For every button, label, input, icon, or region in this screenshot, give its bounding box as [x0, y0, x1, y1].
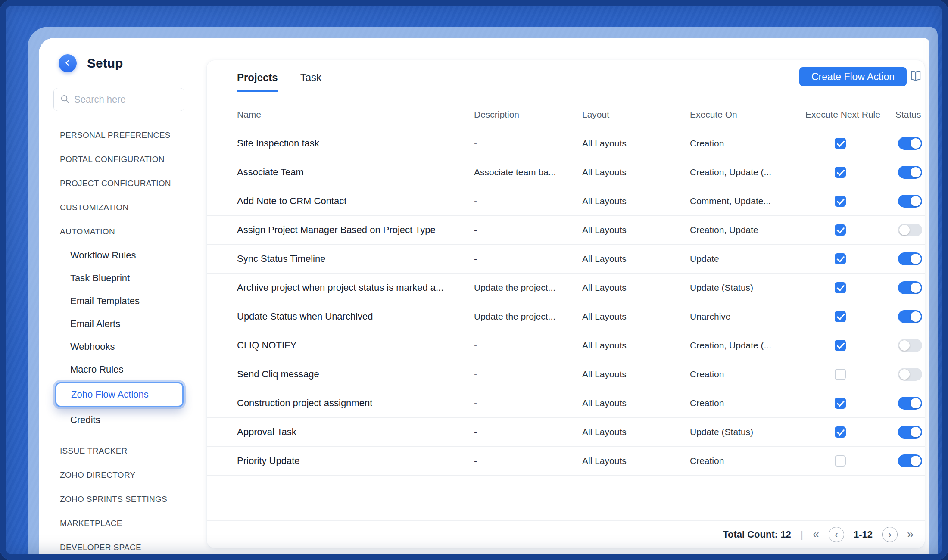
sidebar-item-task-blueprint[interactable]: Task Blueprint	[39, 267, 190, 289]
cell-layout: All Layouts	[582, 340, 627, 351]
cell-name[interactable]: Assign Project Manager Based on Project …	[237, 224, 436, 236]
table-row[interactable]: Construction project assignment-All Layo…	[207, 389, 925, 418]
execute-next-rule-checkbox[interactable]	[835, 426, 846, 438]
first-page-icon[interactable]: «	[813, 529, 819, 540]
status-toggle[interactable]	[898, 195, 922, 208]
status-toggle[interactable]	[898, 166, 922, 179]
status-toggle[interactable]	[898, 224, 922, 236]
tab-projects[interactable]: Projects	[237, 72, 278, 92]
table-row[interactable]: Priority Update-All LayoutsCreation	[207, 447, 925, 476]
main-card: ProjectsTask Create Flow Action Name Des…	[207, 60, 925, 548]
sidebar-item-credits[interactable]: Credits	[39, 408, 190, 431]
status-toggle[interactable]	[898, 426, 922, 439]
cell-name[interactable]: Update Status when Unarchived	[237, 311, 373, 322]
table-row[interactable]: Send Cliq message-All LayoutsCreation	[207, 360, 925, 389]
toggle-knob	[911, 427, 921, 437]
cell-description: -	[474, 138, 477, 149]
toggle-knob	[911, 283, 921, 293]
sidebar-item-portal-configuration[interactable]: PORTAL CONFIGURATION	[39, 147, 190, 171]
execute-next-rule-checkbox[interactable]	[835, 196, 846, 207]
execute-next-rule-checkbox[interactable]	[835, 138, 846, 149]
cell-name[interactable]: Sync Status Timeline	[237, 253, 325, 264]
cell-execute-on: Update	[690, 254, 719, 264]
execute-next-rule-checkbox[interactable]	[835, 224, 846, 236]
table-row[interactable]: Sync Status Timeline-All LayoutsUpdate	[207, 245, 925, 274]
execute-next-rule-checkbox[interactable]	[835, 398, 846, 409]
cell-layout: All Layouts	[582, 311, 627, 322]
cell-name[interactable]: Send Cliq message	[237, 369, 319, 380]
status-toggle[interactable]	[898, 368, 922, 381]
sidebar-item-marketplace[interactable]: MARKETPLACE	[39, 511, 190, 535]
table-row[interactable]: Associate TeamAssociate team ba...All La…	[207, 158, 925, 187]
cell-name[interactable]: Add Note to CRM Contact	[237, 196, 346, 207]
execute-next-rule-checkbox[interactable]	[835, 455, 846, 467]
arrow-left-icon	[63, 58, 72, 69]
status-toggle[interactable]	[898, 281, 922, 294]
cell-execute-on: Comment, Update...	[690, 196, 771, 206]
cell-description: -	[474, 340, 477, 351]
cell-execute-on: Unarchive	[690, 311, 731, 322]
cell-layout: All Layouts	[582, 283, 627, 293]
cell-name[interactable]: Associate Team	[237, 167, 304, 178]
sidebar-item-personal-preferences[interactable]: PERSONAL PREFERENCES	[39, 123, 190, 147]
toggle-knob	[911, 196, 921, 206]
last-page-icon[interactable]: »	[907, 529, 914, 540]
cell-name[interactable]: Priority Update	[237, 455, 300, 467]
table-row[interactable]: Assign Project Manager Based on Project …	[207, 216, 925, 245]
cell-name[interactable]: Site Inspection task	[237, 138, 319, 149]
tab-task[interactable]: Task	[300, 72, 321, 92]
guide-book-icon[interactable]	[908, 70, 923, 84]
status-toggle[interactable]	[898, 310, 922, 323]
cell-name[interactable]: CLIQ NOTIFY	[237, 340, 296, 351]
table-row[interactable]: Approval Task-All LayoutsUpdate (Status)	[207, 418, 925, 447]
status-toggle[interactable]	[898, 454, 922, 467]
footer-divider: |	[801, 529, 803, 541]
status-toggle[interactable]	[898, 397, 922, 410]
column-header-name: Name	[237, 109, 261, 120]
cell-layout: All Layouts	[582, 196, 627, 206]
sidebar-item-webhooks[interactable]: Webhooks	[39, 335, 190, 358]
sidebar-item-customization[interactable]: CUSTOMIZATION	[39, 196, 190, 220]
table-header: Name Description Layout Execute On Execu…	[207, 100, 925, 129]
cell-description: Update the project...	[474, 283, 555, 293]
back-button[interactable]	[59, 54, 77, 72]
execute-next-rule-checkbox[interactable]	[835, 253, 846, 264]
sidebar-item-zoho-directory[interactable]: ZOHO DIRECTORY	[39, 463, 190, 487]
status-toggle[interactable]	[898, 252, 922, 265]
sidebar-item-zoho-sprints-settings[interactable]: ZOHO SPRINTS SETTINGS	[39, 487, 190, 511]
status-toggle[interactable]	[898, 339, 922, 352]
execute-next-rule-checkbox[interactable]	[835, 311, 846, 322]
table-row[interactable]: Archive project when project status is m…	[207, 274, 925, 302]
cell-name[interactable]: Construction project assignment	[237, 398, 372, 409]
cell-layout: All Layouts	[582, 369, 627, 380]
status-toggle[interactable]	[898, 137, 922, 150]
sidebar-item-zoho-flow-actions[interactable]: Zoho Flow Actions	[55, 382, 184, 407]
cell-name[interactable]: Archive project when project status is m…	[237, 282, 443, 293]
execute-next-rule-checkbox[interactable]	[835, 167, 846, 178]
search-input[interactable]	[74, 94, 198, 105]
execute-next-rule-checkbox[interactable]	[835, 369, 846, 380]
sidebar: Setup PERSONAL PREFERENCESPORTAL CONFIGU…	[39, 38, 190, 560]
column-header-status: Status i	[895, 109, 925, 120]
execute-next-rule-checkbox[interactable]	[835, 340, 846, 351]
sidebar-item-issue-tracker[interactable]: ISSUE TRACKER	[39, 439, 190, 463]
table-row[interactable]: Add Note to CRM Contact-All LayoutsComme…	[207, 187, 925, 216]
cell-description: -	[474, 456, 477, 466]
table-row[interactable]: Site Inspection task-All LayoutsCreation	[207, 129, 925, 158]
sidebar-item-email-alerts[interactable]: Email Alerts	[39, 312, 190, 335]
toggle-knob	[911, 138, 921, 149]
table-row[interactable]: Update Status when UnarchivedUpdate the …	[207, 302, 925, 331]
prev-page-icon[interactable]: ‹	[829, 527, 844, 542]
sidebar-item-macro-rules[interactable]: Macro Rules	[39, 358, 190, 381]
sidebar-item-email-templates[interactable]: Email Templates	[39, 289, 190, 312]
cell-execute-on: Creation, Update (...	[690, 167, 771, 177]
execute-next-rule-checkbox[interactable]	[835, 282, 846, 293]
table-row[interactable]: CLIQ NOTIFY-All LayoutsCreation, Update …	[207, 331, 925, 360]
cell-name[interactable]: Approval Task	[237, 426, 296, 438]
next-page-icon[interactable]: ›	[882, 527, 898, 542]
sidebar-item-automation[interactable]: AUTOMATION	[39, 220, 190, 244]
create-flow-action-button[interactable]: Create Flow Action	[799, 67, 907, 86]
sidebar-item-developer-space[interactable]: DEVELOPER SPACE	[39, 535, 190, 560]
sidebar-item-workflow-rules[interactable]: Workflow Rules	[39, 244, 190, 267]
sidebar-item-project-configuration[interactable]: PROJECT CONFIGURATION	[39, 171, 190, 196]
